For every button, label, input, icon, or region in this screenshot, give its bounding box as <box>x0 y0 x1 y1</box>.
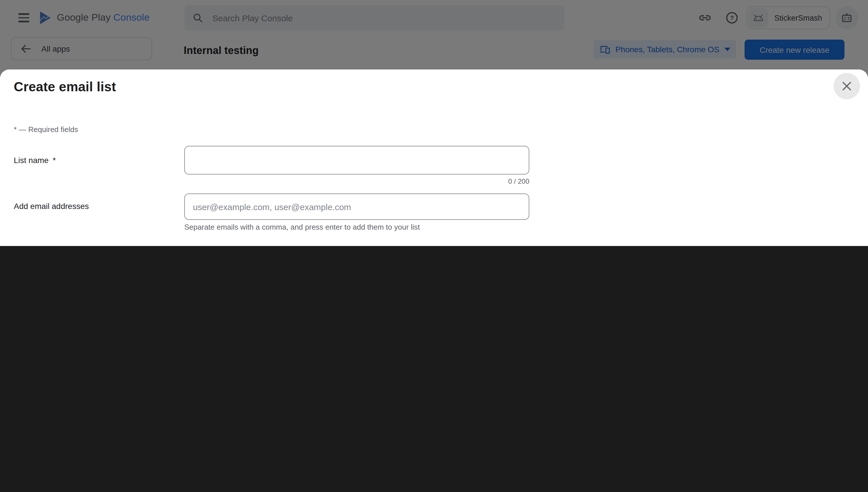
email-addresses-input[interactable] <box>184 194 529 220</box>
required-fields-note: * — Required fields <box>14 125 78 134</box>
screen: Google Play Console <box>0 0 868 246</box>
list-name-label: List name* <box>14 155 56 165</box>
close-button[interactable] <box>834 73 860 99</box>
list-name-input[interactable] <box>184 146 529 174</box>
required-star: * <box>52 155 56 165</box>
char-counter: 0 / 200 <box>184 177 529 186</box>
close-icon <box>840 80 853 93</box>
create-email-list-modal: Create email list * — Required fields Li… <box>0 70 868 246</box>
email-helper-text: Separate emails with a comma, and press … <box>184 223 420 231</box>
add-email-addresses-label: Add email addresses <box>14 201 89 211</box>
modal-title: Create email list <box>14 79 116 95</box>
